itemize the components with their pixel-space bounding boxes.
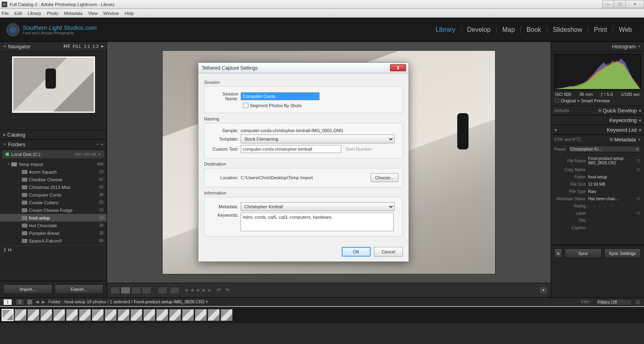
next-photo-button[interactable]: ↷ <box>225 287 229 293</box>
filmstrip-thumb[interactable] <box>14 309 27 321</box>
folders-minus[interactable]: − <box>96 141 99 147</box>
prev-photo-button[interactable]: ↶ <box>217 287 221 293</box>
filter-lock-button[interactable] <box>635 299 641 305</box>
folder-row[interactable]: Pumpkin Bread38 <box>0 229 107 237</box>
catalog-header[interactable]: ▶ Catalog <box>0 130 107 139</box>
flag-button[interactable] <box>158 287 167 294</box>
metadata-action-icon[interactable] <box>636 196 641 201</box>
menu-library[interactable]: Library <box>28 11 41 16</box>
secondary-screen-1[interactable]: 1 <box>3 299 12 305</box>
rating-stars[interactable]: ★★★★★ <box>184 287 213 293</box>
metadata-select[interactable]: Christopher Kimball <box>241 202 394 211</box>
module-develop[interactable]: Develop <box>461 26 497 33</box>
filmstrip[interactable] <box>0 306 644 323</box>
choose-button[interactable]: Choose... <box>371 173 398 182</box>
breadcrumb[interactable]: Folder : food-setup 18 photos / 1 select… <box>48 299 208 305</box>
filmstrip-thumb[interactable] <box>208 309 220 321</box>
metadata-header[interactable]: EXIF and IPTC ▼ Metadata ▼ <box>551 135 644 144</box>
segment-checkbox[interactable] <box>243 103 248 108</box>
filmstrip-thumb[interactable] <box>66 309 78 321</box>
filmstrip-thumb[interactable] <box>195 309 207 321</box>
histogram-header[interactable]: Histogram ▼ <box>551 42 644 52</box>
folder-row[interactable]: Cheddar Cheese42 <box>0 176 107 183</box>
export-button[interactable]: Export... <box>55 284 104 294</box>
filmstrip-thumb[interactable] <box>105 309 117 321</box>
dialog-close-button[interactable]: X <box>390 64 406 71</box>
menu-file[interactable]: File <box>2 11 9 16</box>
sync-lock-button[interactable]: ⇅ <box>554 249 562 258</box>
filmstrip-thumb[interactable] <box>143 309 155 321</box>
filmstrip-thumb[interactable] <box>169 309 181 321</box>
menu-help[interactable]: Help <box>125 11 134 16</box>
module-web[interactable]: Web <box>613 26 638 33</box>
folder-row[interactable]: Christmas-2013-Misc56 <box>0 183 107 191</box>
menu-edit[interactable]: Edit <box>14 11 22 16</box>
toolbar-dropdown[interactable]: ▼ <box>539 287 547 294</box>
disk-row[interactable]: Local Disk (C:) 293 / 442 GB ▼ <box>2 150 104 158</box>
dialog-titlebar[interactable]: Tethered Capture Settings X <box>198 63 409 73</box>
nav-fit[interactable]: FIT <box>64 44 70 49</box>
module-map[interactable]: Map <box>497 26 521 33</box>
module-slideshow[interactable]: Slideshow <box>547 26 588 33</box>
keywording-header[interactable]: Keywording ◀ <box>551 115 644 125</box>
dropdown-icon[interactable]: ▼ <box>609 137 614 142</box>
cancel-button[interactable]: Cancel <box>374 247 403 257</box>
folder-row[interactable]: Computer Cords38 <box>0 191 107 199</box>
nav-1-2[interactable]: 1:2 <box>93 44 99 49</box>
filmstrip-thumb[interactable] <box>2 309 14 321</box>
template-select[interactable]: Stock Filenaming <box>241 135 394 143</box>
filmstrip-thumb[interactable] <box>27 309 39 321</box>
filmstrip-thumb[interactable] <box>79 309 91 321</box>
filmstrip-thumb[interactable] <box>118 309 130 321</box>
survey-view-button[interactable] <box>142 287 151 294</box>
grid-icon[interactable] <box>27 300 32 305</box>
menu-photo[interactable]: Photo <box>47 11 58 16</box>
folder-row[interactable]: food-setup18 <box>0 214 107 222</box>
menu-window[interactable]: Window <box>103 11 119 16</box>
folders-header[interactable]: ▼ Folders − + <box>0 139 107 149</box>
folder-root[interactable]: ▼ Temp Import 494 <box>0 160 107 168</box>
filmstrip-thumb[interactable] <box>221 309 233 321</box>
module-library[interactable]: Library <box>430 26 461 33</box>
nav-fwd-icon[interactable]: ▶ <box>42 299 45 305</box>
grid-view-button[interactable] <box>110 287 120 294</box>
session-name-input[interactable] <box>241 92 320 100</box>
dropdown-icon[interactable]: ▼ <box>597 108 603 113</box>
identity-plate[interactable]: Southern Light Studios.com Food and Life… <box>6 23 97 36</box>
metadata-preset-select[interactable]: Christopher Ki... ▼ <box>568 146 641 152</box>
folders-plus[interactable]: + <box>100 141 103 147</box>
metadata-action-icon[interactable] <box>636 158 641 163</box>
maximize-button[interactable]: ☐ <box>614 0 626 8</box>
nav-back-icon[interactable]: ◀ <box>35 299 39 305</box>
nav-fill[interactable]: FILL <box>72 44 81 49</box>
keywords-input[interactable]: hdmi, cords, cat5, cat3, computers, hard… <box>241 213 394 231</box>
reject-button[interactable] <box>170 287 180 294</box>
nav-zoom-arrow[interactable]: ▾ <box>101 44 103 49</box>
filmstrip-thumb[interactable] <box>182 309 194 321</box>
navigator-thumbnail[interactable] <box>12 56 95 113</box>
menu-view[interactable]: View <box>88 11 98 16</box>
navigator-header[interactable]: ▼ Navigator FIT FILL 1:1 1:2 ▾ <box>0 42 107 52</box>
metadata-action-icon[interactable] <box>636 167 641 172</box>
custom-text-input[interactable] <box>241 145 341 153</box>
close-button[interactable]: ✕ <box>625 0 644 8</box>
sync-settings-button[interactable]: Sync Settings <box>604 249 641 258</box>
filmstrip-thumb[interactable] <box>40 309 52 321</box>
loupe-view-button[interactable] <box>121 287 130 294</box>
compare-view-button[interactable] <box>131 287 141 294</box>
module-print[interactable]: Print <box>588 26 613 33</box>
plus-icon[interactable]: + <box>554 127 557 133</box>
nav-1-1[interactable]: 1:1 <box>84 44 90 49</box>
minimize-button[interactable]: — <box>602 0 614 8</box>
filmstrip-thumb[interactable] <box>130 309 142 321</box>
secondary-screen-2[interactable]: 2 <box>15 299 24 305</box>
folder-row[interactable]: Hot Chocolate39 <box>0 222 107 229</box>
filmstrip-thumb[interactable] <box>92 309 104 321</box>
quick-develop-header[interactable]: Defaults ▼ Quick Develop ◀ <box>551 106 644 115</box>
filmstrip-thumb[interactable] <box>156 309 168 321</box>
filter-select[interactable]: Filters Off <box>596 299 632 305</box>
folder-row[interactable]: Cream Cheese Fudge18 <box>0 206 107 214</box>
sync-button[interactable]: Sync <box>565 249 602 258</box>
module-book[interactable]: Book <box>521 26 547 33</box>
drive-h-row[interactable]: H: <box>0 245 107 254</box>
